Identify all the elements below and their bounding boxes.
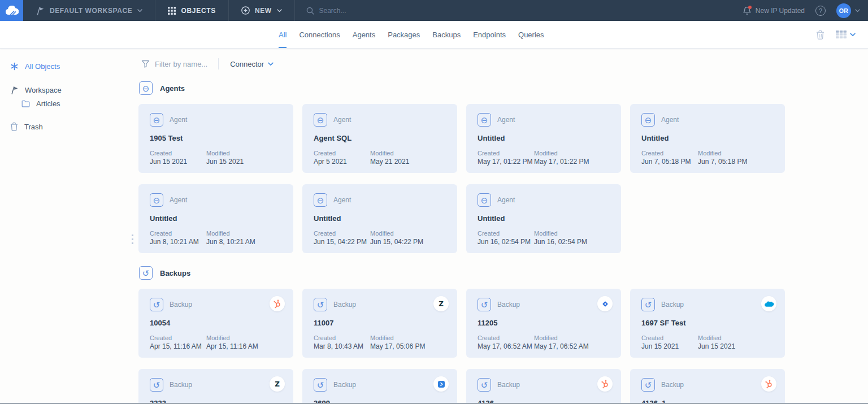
filter-row: Filter by name... Connector (141, 58, 868, 69)
sidebar-item-articles[interactable]: Articles (21, 99, 138, 108)
object-type-label: Agent (661, 116, 679, 124)
search-icon (306, 7, 314, 15)
backup-card[interactable]: ↺BackupZ2333CreatedModified (138, 369, 293, 404)
tab-endpoints[interactable]: Endpoints (473, 21, 506, 48)
tab-queries[interactable]: Queries (518, 21, 544, 48)
backup-icon: ↺ (150, 298, 163, 311)
app-logo[interactable] (0, 0, 23, 21)
created-label: Created (478, 150, 534, 157)
panel-resize-handle[interactable] (132, 234, 133, 244)
agent-icon: ⊖ (150, 113, 163, 127)
view-switcher[interactable] (836, 31, 856, 38)
hubspot-icon (597, 376, 613, 392)
object-type-label: Backup (333, 381, 356, 389)
agent-card[interactable]: ⊖Agent1905 TestCreatedJun 15 2021Modifie… (138, 104, 293, 173)
agent-card[interactable]: ⊖AgentUntitledCreatedJun 15, 04:22 PMMod… (302, 184, 457, 253)
hubspot-icon (761, 376, 776, 392)
created-value: May 17, 01:22 PM (478, 158, 534, 166)
backup-card[interactable]: ↺Backup11205CreatedMay 17, 06:52 AMModif… (466, 289, 621, 358)
created-value: Apr 5 2021 (314, 158, 370, 166)
tab-backups[interactable]: Backups (432, 21, 461, 48)
created-value: May 17, 06:52 AM (478, 342, 534, 350)
notification-bell[interactable]: New IP Updated (743, 6, 805, 15)
created-value: Mar 8, 10:43 AM (314, 342, 370, 350)
sidebar-item-label: Trash (24, 123, 43, 131)
tab-all[interactable]: All (279, 21, 287, 48)
asterisk-icon (10, 62, 19, 71)
agent-card[interactable]: ⊖AgentUntitledCreatedJun 16, 02:54 PMMod… (466, 184, 621, 253)
modified-value: May 17, 05:06 PM (370, 342, 427, 350)
section-agents: ⊖Agents⊖Agent1905 TestCreatedJun 15 2021… (138, 81, 868, 253)
tab-packages[interactable]: Packages (388, 21, 420, 48)
objects-nav-button[interactable]: OBJECTS (155, 0, 228, 21)
created-value: Apr 15, 11:16 AM (150, 342, 206, 350)
backup-card[interactable]: ↺Backup1697 SF TestCreatedJun 15 2021Mod… (630, 289, 785, 358)
backup-card[interactable]: ↺Backup10054CreatedApr 15, 11:16 AMModif… (138, 289, 293, 358)
modified-value: Jun 15, 04:22 PM (370, 238, 427, 246)
tab-agents[interactable]: Agents (353, 21, 375, 48)
sidebar-item-all-objects[interactable]: All Objects (10, 62, 138, 71)
workspace-label: DEFAULT WORKSPACE (50, 7, 132, 15)
sidebar-item-workspace[interactable]: Workspace (10, 86, 138, 94)
modified-label: Modified (534, 335, 591, 341)
user-menu[interactable]: OR (836, 3, 860, 18)
modified-label: Modified (206, 150, 263, 157)
object-type-label: Agent (170, 116, 187, 124)
object-title: Untitled (641, 134, 774, 142)
sidebar: All Objects Workspace Articles Trash (0, 49, 138, 404)
agent-card[interactable]: ⊖AgentUntitledCreatedJun 7, 05:18 PMModi… (630, 104, 785, 173)
created-value: Jun 15 2021 (641, 342, 698, 350)
modified-label: Modified (698, 150, 754, 157)
agent-card[interactable]: ⊖AgentUntitledCreatedMay 17, 01:22 PMMod… (466, 104, 621, 173)
salesforce-icon (761, 296, 776, 311)
new-button[interactable]: NEW (229, 0, 294, 21)
created-value: Jun 8, 10:21 AM (150, 238, 206, 246)
pennant-icon (36, 6, 45, 15)
tab-connections[interactable]: Connections (299, 21, 340, 48)
global-search-input[interactable]: Search... (295, 0, 743, 21)
tabbar-actions (816, 21, 856, 48)
backup-icon: ↺ (641, 378, 655, 392)
created-value: Jun 7, 05:18 PM (641, 158, 698, 166)
help-icon[interactable]: ? (815, 6, 826, 16)
object-type-label: Backup (497, 381, 520, 389)
notification-label: New IP Updated (756, 7, 805, 15)
backup-card[interactable]: ↺Backup4136_1CreatedModified (630, 369, 785, 404)
object-title: Untitled (478, 214, 610, 223)
new-label: NEW (255, 7, 272, 15)
sidebar-item-label: Articles (36, 99, 60, 108)
workspace-selector[interactable]: DEFAULT WORKSPACE (23, 0, 155, 21)
folder-icon (21, 100, 30, 107)
created-label: Created (150, 150, 206, 157)
hubspot-icon (270, 296, 285, 311)
backup-icon: ↺ (478, 298, 491, 311)
filter-name-input[interactable]: Filter by name... (155, 60, 207, 68)
sidebar-item-trash[interactable]: Trash (10, 122, 138, 131)
backup-card[interactable]: ↺BackupZ11007CreatedMar 8, 10:43 AMModif… (302, 289, 457, 358)
object-type-label: Agent (497, 196, 515, 204)
object-type-label: Backup (661, 381, 684, 389)
grid-icon (168, 7, 176, 15)
agent-card[interactable]: ⊖AgentUntitledCreatedJun 8, 10:21 AMModi… (138, 184, 293, 253)
modified-value: May 21 2021 (370, 158, 427, 166)
backup-card[interactable]: ↺Backup4136CreatedModified (466, 369, 621, 404)
agent-card[interactable]: ⊖AgentAgent SQLCreatedApr 5 2021Modified… (302, 104, 457, 173)
objects-label: OBJECTS (181, 7, 216, 15)
agent-icon: ⊖ (478, 193, 491, 207)
sidebar-item-label: Workspace (25, 86, 62, 94)
section-title: Agents (160, 84, 185, 93)
created-value: Jun 15 2021 (150, 158, 206, 166)
trash-icon[interactable] (816, 30, 824, 40)
modified-label: Modified (370, 150, 427, 157)
created-label: Created (150, 335, 206, 341)
connector-filter-dropdown[interactable]: Connector (230, 60, 274, 68)
section-title: Backups (160, 269, 190, 277)
created-label: Created (478, 230, 534, 237)
modified-value: Apr 15, 11:16 AM (206, 342, 263, 350)
modified-label: Modified (534, 230, 591, 237)
modified-value: Jun 7, 05:18 PM (698, 158, 754, 166)
backup-card[interactable]: ↺Backup3699CreatedModified (302, 369, 457, 404)
object-type-label: Backup (170, 381, 192, 389)
blue-arrow-icon (433, 376, 449, 392)
agent-icon: ⊖ (478, 113, 491, 127)
